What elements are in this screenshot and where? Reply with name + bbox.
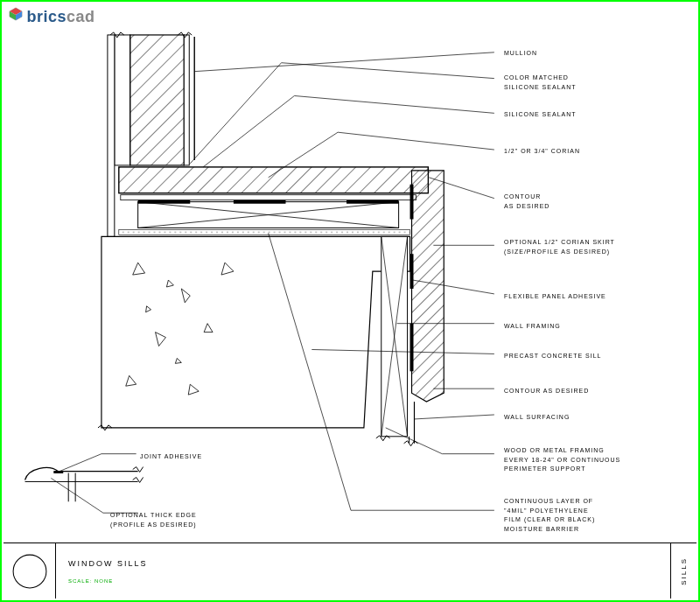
title-block: WINDOW SILLS SCALE: NONE SILLS — [4, 542, 696, 598]
title-text-area: WINDOW SILLS SCALE: NONE — [56, 543, 670, 598]
svg-rect-9 — [184, 35, 189, 165]
app-frame: bricscad — [0, 0, 700, 602]
drawing-area: MULLION COLOR MATCHED SILICONE SEALANT S… — [7, 28, 693, 539]
svg-line-39 — [338, 132, 494, 150]
logo-icon — [9, 7, 23, 21]
cad-drawing — [7, 28, 693, 539]
svg-rect-20 — [108, 35, 115, 236]
svg-line-34 — [190, 63, 281, 164]
drawing-title: WINDOW SILLS — [68, 559, 658, 568]
svg-line-36 — [203, 95, 294, 166]
title-marker — [4, 543, 56, 598]
sheet-label: SILLS — [670, 543, 696, 598]
svg-rect-8 — [130, 35, 185, 165]
drawing-scale: SCALE: NONE — [68, 578, 658, 584]
svg-point-55 — [13, 555, 46, 588]
svg-rect-12 — [121, 195, 416, 200]
svg-line-53 — [51, 478, 103, 513]
logo-text: bricscad — [26, 8, 94, 25]
svg-line-46 — [414, 415, 494, 419]
svg-line-35 — [282, 63, 494, 79]
sheet-name: SILLS — [680, 557, 688, 585]
svg-rect-7 — [115, 35, 130, 165]
svg-line-51 — [60, 454, 102, 472]
svg-rect-19 — [119, 229, 410, 234]
logo: bricscad — [9, 7, 95, 26]
svg-line-37 — [294, 95, 494, 113]
svg-rect-11 — [119, 167, 429, 193]
svg-line-33 — [194, 52, 494, 72]
